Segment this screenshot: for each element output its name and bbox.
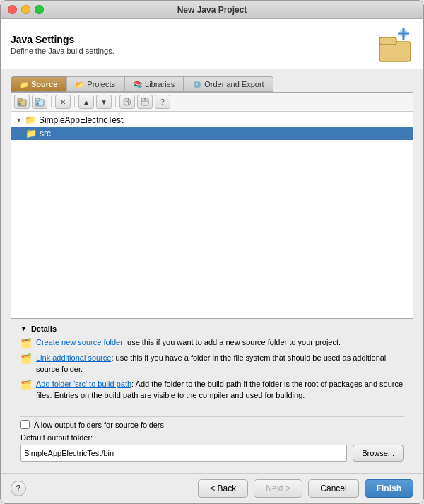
add-source-folder-button[interactable]	[14, 95, 30, 109]
global-settings-button[interactable]	[119, 95, 135, 109]
remove-button[interactable]: ✕	[55, 95, 71, 109]
svg-rect-1	[379, 37, 396, 45]
output-input-row: Browse...	[20, 445, 404, 462]
tree-root-arrow: ▼	[16, 117, 22, 124]
detail-link-2[interactable]: Link additional source	[36, 353, 111, 362]
main-area: 📁 Source 📂 Projects 📚 Libraries ⚙️ Order…	[1, 69, 423, 473]
help-button[interactable]: ?	[11, 481, 26, 496]
detail-text-2: Link additional source: use this if you …	[36, 353, 404, 375]
tree-root-icon: 📁	[25, 115, 36, 125]
detail-item-1: 🗂️ Create new source folder: use this if…	[20, 337, 404, 348]
tree-child-icon: 📁	[25, 128, 37, 139]
header-text: Java Settings Define the Java build sett…	[11, 34, 114, 55]
svg-point-17	[144, 98, 146, 100]
tab-source[interactable]: 📁 Source	[11, 76, 66, 92]
output-folder-label: Default output folder:	[20, 433, 404, 442]
detail-link-3[interactable]: Add folder 'src' to build path	[36, 380, 131, 388]
detail-text-1: Create new source folder: use this if yo…	[36, 337, 341, 348]
tree-child-item[interactable]: 📁 src	[11, 127, 413, 140]
checkbox-label: Allow output folders for source folders	[34, 421, 164, 429]
detail-item-2: 🗂️ Link additional source: use this if y…	[20, 353, 404, 375]
libraries-tab-icon: 📚	[134, 81, 142, 88]
detail-text-3: Add folder 'src' to build path: Add the …	[36, 379, 404, 401]
window-title: New Java Project	[177, 5, 247, 15]
page-subtitle: Define the Java build settings.	[11, 47, 114, 55]
detail-icon-3: 🗂️	[20, 380, 32, 390]
details-header: ▼ Details	[20, 324, 404, 333]
details-arrow-icon: ▼	[20, 325, 27, 332]
next-button[interactable]: Next >	[254, 479, 302, 498]
window: New Java Project Java Settings Define th…	[0, 0, 424, 504]
tab-projects-label: Projects	[87, 80, 115, 88]
output-section: Allow output folders for source folders …	[11, 409, 413, 466]
tab-libraries-label: Libraries	[145, 80, 175, 88]
title-bar: New Java Project	[1, 1, 423, 19]
tab-panel: ✕ ▲ ▼	[11, 92, 413, 319]
allow-output-folders-checkbox[interactable]	[20, 420, 30, 429]
move-down-button[interactable]: ▼	[96, 95, 112, 109]
back-button[interactable]: < Back	[198, 479, 248, 498]
finish-button[interactable]: Finish	[365, 479, 413, 498]
help-toolbar-button[interactable]: ?	[155, 95, 170, 109]
tree-root-item[interactable]: ▼ 📁 SimpleAppElectricTest	[11, 113, 413, 127]
tabs: 📁 Source 📂 Projects 📚 Libraries ⚙️ Order…	[11, 76, 413, 92]
footer-left: ?	[11, 481, 26, 496]
detail-icon-1: 🗂️	[20, 338, 32, 348]
window-controls	[8, 5, 44, 14]
maximize-button[interactable]	[35, 5, 44, 14]
tab-order-export-label: Order and Export	[204, 80, 264, 88]
detail-icon-2: 🗂️	[20, 353, 32, 364]
footer-buttons: < Back Next > Cancel Finish	[198, 479, 413, 498]
details-header-label: Details	[31, 324, 57, 333]
link-source-button[interactable]	[32, 95, 47, 109]
tree-area[interactable]: ▼ 📁 SimpleAppElectricTest 📁 src	[11, 112, 413, 318]
details-section: ▼ Details 🗂️ Create new source folder: u…	[11, 319, 413, 409]
close-button[interactable]	[8, 5, 17, 14]
detail-link-1[interactable]: Create new source folder	[36, 338, 123, 346]
tab-order-export[interactable]: ⚙️ Order and Export	[184, 76, 273, 92]
svg-point-4	[399, 29, 408, 37]
svg-rect-10	[35, 98, 40, 101]
detail-item-3: 🗂️ Add folder 'src' to build path: Add t…	[20, 379, 404, 401]
tree-child-label: src	[40, 129, 51, 139]
toolbar: ✕ ▲ ▼	[11, 93, 413, 112]
tab-source-label: Source	[31, 80, 57, 88]
toolbar-sep-1	[51, 96, 52, 107]
divider-1	[20, 416, 404, 417]
configure-button[interactable]	[137, 95, 153, 109]
tab-libraries[interactable]: 📚 Libraries	[124, 76, 184, 92]
detail-desc-1: : use this if you want to add a new sour…	[123, 338, 341, 346]
output-folder-input[interactable]	[20, 445, 347, 462]
move-up-button[interactable]: ▲	[78, 95, 94, 109]
cancel-button[interactable]: Cancel	[308, 479, 358, 498]
toolbar-sep-3	[115, 96, 116, 107]
header-icon	[377, 26, 413, 63]
tree-root-label: SimpleAppElectricTest	[39, 115, 123, 125]
svg-rect-6	[18, 98, 22, 101]
projects-tab-icon: 📂	[76, 81, 84, 88]
checkbox-row: Allow output folders for source folders	[20, 420, 404, 429]
footer-area: ? < Back Next > Cancel Finish	[1, 473, 423, 503]
order-export-tab-icon: ⚙️	[193, 81, 201, 88]
browse-button[interactable]: Browse...	[353, 445, 404, 462]
source-tab-icon: 📁	[20, 81, 28, 88]
page-title: Java Settings	[11, 34, 114, 45]
header-area: Java Settings Define the Java build sett…	[1, 19, 423, 69]
toolbar-sep-2	[74, 96, 75, 107]
minimize-button[interactable]	[21, 5, 30, 14]
tab-projects[interactable]: 📂 Projects	[66, 76, 124, 92]
